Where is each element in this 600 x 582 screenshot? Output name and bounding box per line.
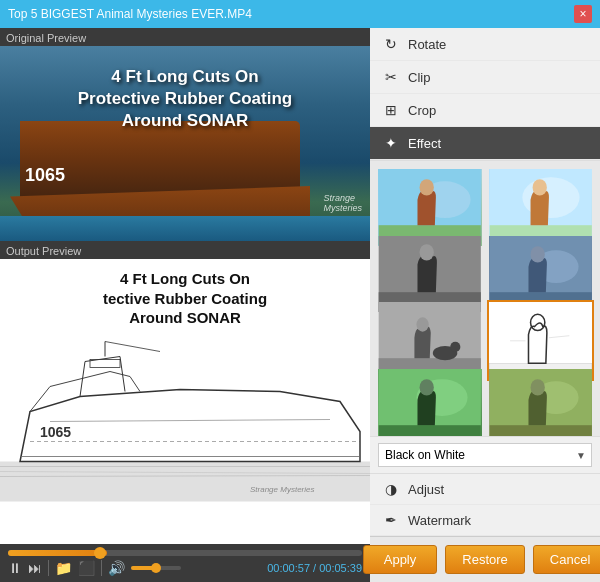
clip-icon: ✂ <box>382 68 400 86</box>
svg-point-31 <box>450 342 460 352</box>
effect-tool[interactable]: ✦ Effect <box>370 127 600 160</box>
rotate-icon: ↻ <box>382 35 400 53</box>
snapshot-button[interactable]: ⬛ <box>78 560 95 576</box>
progress-bar[interactable] <box>8 550 362 556</box>
thumb-vivid-bg <box>378 369 482 437</box>
watermark-tool[interactable]: ✒ Watermark <box>370 505 600 536</box>
svg-text:1065: 1065 <box>40 424 71 440</box>
svg-rect-38 <box>379 425 481 436</box>
watermark-label: Watermark <box>408 513 471 528</box>
rotate-tool[interactable]: ↻ Rotate <box>370 28 600 61</box>
main-layout: Original Preview 1065 4 Ft Long Cuts OnP… <box>0 28 600 582</box>
effect-dropdown-row: Black on White White on Black Color ▼ <box>370 436 600 473</box>
clip-label: Clip <box>408 70 430 85</box>
effect-label: Effect <box>408 136 441 151</box>
progress-fill <box>8 550 107 556</box>
skip-forward-button[interactable]: ⏭ <box>28 560 42 576</box>
svg-point-44 <box>530 379 544 395</box>
play-pause-button[interactable]: ⏸ <box>8 560 22 576</box>
crop-icon: ⊞ <box>382 101 400 119</box>
svg-point-29 <box>416 317 428 331</box>
adjust-tool[interactable]: ◑ Adjust <box>370 474 600 505</box>
badge: StrangeMysteries <box>323 193 362 213</box>
volume-thumb[interactable] <box>151 563 161 573</box>
window-title: Top 5 BIGGEST Animal Mysteries EVER.MP4 <box>8 7 252 21</box>
effect-icon: ✦ <box>382 134 400 152</box>
sketch-background: 1065 Strange Mysteries 4 Ft Long Cuts On… <box>0 259 370 544</box>
progress-thumb[interactable] <box>94 547 106 559</box>
svg-point-19 <box>532 179 546 195</box>
crop-tool[interactable]: ⊞ Crop <box>370 94 600 127</box>
title-bar: Top 5 BIGGEST Animal Mysteries EVER.MP4 … <box>0 0 600 28</box>
svg-text:Strange Mysteries: Strange Mysteries <box>250 485 314 494</box>
dropdown-wrapper: Black on White White on Black Color ▼ <box>378 443 592 467</box>
tools-menu: ↻ Rotate ✂ Clip ⊞ Crop ✦ Effect <box>370 28 600 161</box>
effect-thumb-vivid[interactable] <box>376 367 484 437</box>
original-preview: 1065 4 Ft Long Cuts OnProtective Rubber … <box>0 46 370 241</box>
right-panel: ↻ Rotate ✂ Clip ⊞ Crop ✦ Effect <box>370 28 600 582</box>
output-text-overlay: 4 Ft Long Cuts Ontective Rubber CoatingA… <box>0 269 370 328</box>
rotate-label: Rotate <box>408 37 446 52</box>
svg-point-15 <box>420 179 434 195</box>
controls-bar: ⏸ ⏭ 📁 ⬛ 🔊 00:00:57 / 00:05:39 <box>0 544 370 582</box>
svg-line-8 <box>50 420 330 422</box>
svg-point-26 <box>530 246 544 262</box>
ship-background: 1065 4 Ft Long Cuts OnProtective Rubber … <box>0 46 370 241</box>
svg-rect-42 <box>489 425 591 436</box>
left-panel: Original Preview 1065 4 Ft Long Cuts OnP… <box>0 28 370 582</box>
water <box>0 216 370 241</box>
effects-grid <box>370 161 600 436</box>
thumb-warm-bg <box>489 369 593 437</box>
extra-tools: ◑ Adjust ✒ Watermark <box>370 473 600 536</box>
volume-control <box>131 566 181 570</box>
effect-dropdown[interactable]: Black on White White on Black Color <box>378 443 592 467</box>
svg-rect-0 <box>0 462 370 502</box>
svg-rect-4 <box>90 360 120 368</box>
cancel-button[interactable]: Cancel <box>533 545 600 574</box>
footer-buttons: Apply Restore Cancel <box>370 536 600 582</box>
ship-number: 1065 <box>25 165 65 186</box>
output-preview-label: Output Preview <box>0 241 370 259</box>
svg-point-22 <box>420 244 434 260</box>
output-preview: 1065 Strange Mysteries 4 Ft Long Cuts On… <box>0 259 370 544</box>
preview-text-overlay: 4 Ft Long Cuts OnProtective Rubber Coati… <box>0 66 370 132</box>
volume-bar[interactable] <box>131 566 181 570</box>
crop-label: Crop <box>408 103 436 118</box>
adjust-label: Adjust <box>408 482 444 497</box>
adjust-icon: ◑ <box>382 480 400 498</box>
folder-button[interactable]: 📁 <box>55 560 72 576</box>
separator2 <box>101 560 102 576</box>
apply-button[interactable]: Apply <box>363 545 438 574</box>
svg-line-6 <box>105 342 160 352</box>
watermark-icon: ✒ <box>382 511 400 529</box>
volume-icon[interactable]: 🔊 <box>108 560 125 576</box>
playback-controls: ⏸ ⏭ 📁 ⬛ 🔊 00:00:57 / 00:05:39 <box>8 560 362 576</box>
effect-thumb-warm[interactable] <box>487 367 595 437</box>
separator <box>48 560 49 576</box>
clip-tool[interactable]: ✂ Clip <box>370 61 600 94</box>
original-preview-label: Original Preview <box>0 28 370 46</box>
restore-button[interactable]: Restore <box>445 545 525 574</box>
svg-point-40 <box>420 379 434 395</box>
close-button[interactable]: × <box>574 5 592 23</box>
time-display: 00:00:57 / 00:05:39 <box>267 562 362 574</box>
